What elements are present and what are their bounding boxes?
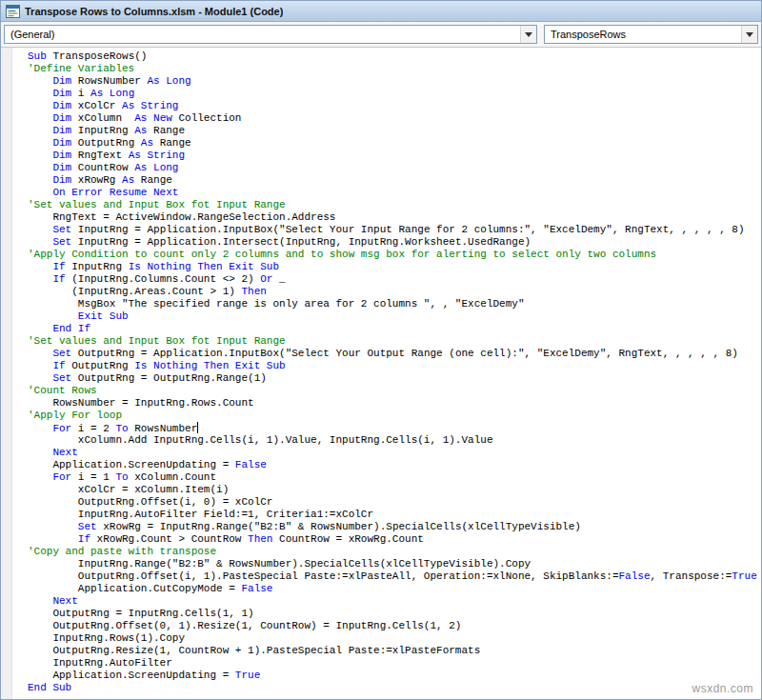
code-token: Is Nothing Then Exit Sub: [134, 360, 285, 371]
code-token: As Long: [134, 162, 178, 173]
code-token: Dim: [52, 88, 71, 99]
code-token: For: [52, 471, 71, 483]
code-token: As String: [129, 150, 185, 161]
code-token: [28, 150, 52, 161]
code-token: Dim: [52, 125, 71, 136]
code-line: RowsNumber = InputRng.Rows.Count: [28, 397, 761, 410]
code-token: [28, 75, 52, 87]
code-token: CountRow = xRowRg.Count: [272, 533, 423, 545]
code-token: 'Apply For loop: [28, 410, 122, 421]
code-token: [28, 273, 52, 285]
code-line: Set OutputRng = OutputRng.Range(1): [28, 372, 761, 385]
code-line: Next: [28, 595, 761, 608]
code-line: 'Set values and Input Box fot Input Rang…: [28, 335, 761, 348]
code-line: End If: [28, 323, 761, 335]
code-line: Dim OutputRng As Range: [28, 137, 761, 150]
code-token: Application.ScreenUpdating =: [28, 670, 235, 681]
code-token: Dim: [52, 174, 71, 186]
down-triangle-icon: [525, 32, 532, 37]
code-line: 'Copy and paste with transpose: [28, 546, 761, 558]
object-dropdown[interactable]: (General): [4, 25, 537, 44]
code-line: If OutputRng Is Nothing Then Exit Sub: [28, 360, 761, 372]
code-token: InputRng.Range("B2:B" & RowsNumber).Spec…: [28, 558, 531, 570]
code-token: [28, 595, 52, 607]
code-token: i = 1: [71, 471, 115, 483]
code-line: Dim xColCr As String: [28, 100, 761, 112]
code-token: Dim: [52, 137, 71, 149]
code-token: Set: [52, 224, 71, 235]
code-token: Set: [52, 236, 71, 248]
code-token: xColumn.Count: [129, 471, 216, 483]
code-token: OutputRng.Offset(i, 1).PasteSpecial Past…: [28, 570, 619, 582]
module-icon: [6, 5, 20, 18]
code-token: Next: [52, 595, 77, 607]
window-title: Transpose Rows to Columns.xlsm - Module1…: [25, 6, 283, 17]
code-token: InputRng.AutoFilter: [28, 657, 172, 669]
code-token: If: [52, 261, 65, 272]
code-line: Application.ScreenUpdating = True: [28, 670, 761, 682]
code-token: Dim: [52, 162, 71, 173]
code-line: End Sub: [28, 682, 761, 694]
code-token: On Error Resume Next: [52, 187, 178, 198]
code-line: OutputRng.Offset(i, 0) = xColCr: [28, 496, 761, 509]
code-token: To: [115, 423, 128, 434]
code-token: xColumn: [71, 112, 134, 124]
code-token: [28, 261, 52, 272]
code-token: xColCr: [71, 100, 122, 111]
combo-bar: (General) TransposeRows: [1, 22, 761, 48]
code-token: OutputRng: [66, 360, 135, 371]
code-token: Collection: [172, 112, 242, 124]
vba-code-window: Transpose Rows to Columns.xlsm - Module1…: [0, 0, 762, 700]
code-line: If InputRng Is Nothing Then Exit Sub: [28, 261, 761, 273]
code-token: OutputRng.Resize(1, CountRow + 1).PasteS…: [28, 645, 480, 656]
dropdown-arrow-icon[interactable]: [741, 26, 757, 43]
code-token: Dim: [52, 100, 71, 111]
code-token: False: [235, 459, 267, 470]
code-token: As String: [122, 100, 178, 111]
code-line: InputRng.AutoFilter Field:=1, Criteria1:…: [28, 509, 761, 521]
code-token: True: [235, 670, 260, 681]
code-line: Set xRowRg = InputRng.Range("B2:B" & Row…: [28, 521, 761, 533]
down-triangle-icon: [746, 32, 753, 37]
code-token: InputRng.Rows(1).Copy: [28, 632, 185, 644]
code-token: [28, 112, 52, 124]
code-token: As Long: [90, 88, 134, 99]
code-line: For i = 2 To RowsNumber: [28, 422, 761, 434]
code-token: , Transpose:=: [651, 570, 732, 582]
code-token: Dim: [52, 150, 71, 161]
code-token: [28, 310, 78, 322]
code-token: [28, 372, 52, 384]
code-line: Exit Sub: [28, 310, 761, 323]
code-token: Set: [52, 372, 71, 384]
code-token: Range: [134, 174, 172, 186]
code-token: [28, 521, 78, 532]
code-line: OutputRng.Offset(i, 1).PasteSpecial Past…: [28, 570, 761, 583]
code-token: InputRng: [66, 261, 129, 272]
code-token: [28, 360, 52, 371]
code-token: [28, 471, 52, 483]
code-token: OutputRng = Application.InputBox("Select…: [71, 348, 738, 359]
code-token: [28, 187, 52, 198]
code-token: If: [52, 360, 65, 371]
code-token: 'Copy and paste with transpose: [28, 546, 216, 557]
code-token: InputRng = Application.Intersect(InputRn…: [71, 236, 531, 248]
code-line: Application.ScreenUpdating = False: [28, 459, 761, 471]
margin-indicator-bar[interactable]: [1, 48, 12, 699]
code-token: Dim: [52, 75, 71, 87]
titlebar: Transpose Rows to Columns.xlsm - Module1…: [1, 1, 761, 22]
code-token: xColumn.Add InputRng.Cells(i, 1).Value, …: [28, 434, 492, 446]
code-token: Set: [78, 521, 97, 532]
code-token: Sub: [28, 50, 47, 62]
code-token: As: [134, 125, 147, 136]
code-token: End If: [52, 323, 90, 334]
code-editor[interactable]: Sub TransposeRows()'Define Variables Dim…: [12, 48, 761, 699]
code-token: RowsNumber: [71, 75, 147, 87]
code-line: If (InputRng.Columns.Count <> 2) Or _: [28, 273, 761, 286]
code-token: Application.CutCopyMode =: [28, 583, 241, 594]
code-line: Set OutputRng = Application.InputBox("Se…: [28, 348, 761, 360]
object-dropdown-value: (General): [10, 29, 54, 40]
code-line: For i = 1 To xColumn.Count: [28, 471, 761, 484]
code-token: InputRng = Application.InputBox("Select …: [71, 224, 744, 235]
procedure-dropdown[interactable]: TransposeRows: [544, 25, 758, 44]
dropdown-arrow-icon[interactable]: [520, 26, 536, 43]
